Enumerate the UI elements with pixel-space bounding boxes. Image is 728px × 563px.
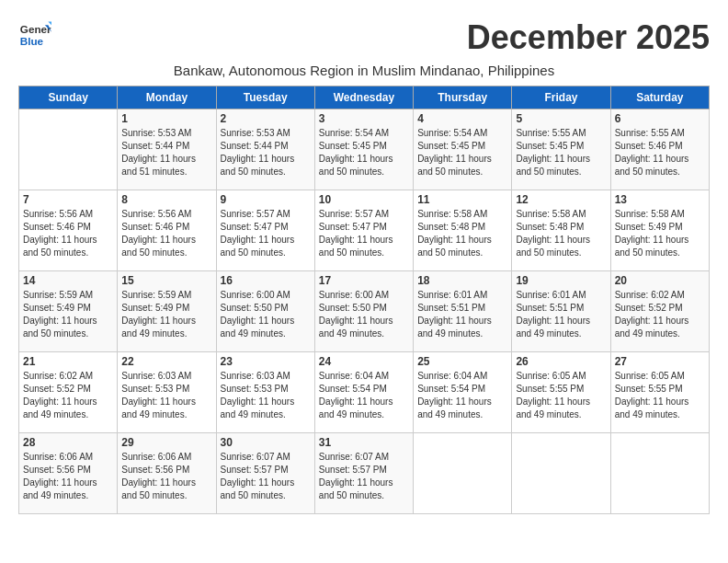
calendar-cell: 6Sunrise: 5:55 AM Sunset: 5:46 PM Daylig…	[610, 109, 709, 190]
calendar-cell: 20Sunrise: 6:02 AM Sunset: 5:52 PM Dayli…	[610, 271, 709, 352]
day-number: 2	[221, 112, 311, 125]
day-info: Sunrise: 6:00 AM Sunset: 5:50 PM Dayligh…	[221, 289, 311, 340]
day-info: Sunrise: 6:02 AM Sunset: 5:52 PM Dayligh…	[615, 289, 705, 340]
day-number: 12	[516, 193, 606, 206]
day-number: 9	[221, 193, 311, 206]
day-number: 19	[516, 274, 606, 287]
day-number: 26	[516, 355, 606, 368]
calendar-cell: 7Sunrise: 5:56 AM Sunset: 5:46 PM Daylig…	[19, 190, 118, 271]
day-info: Sunrise: 5:54 AM Sunset: 5:45 PM Dayligh…	[319, 127, 409, 178]
day-number: 11	[417, 193, 507, 206]
calendar-cell: 31Sunrise: 6:07 AM Sunset: 5:57 PM Dayli…	[314, 433, 413, 514]
day-number: 3	[319, 112, 409, 125]
day-info: Sunrise: 5:53 AM Sunset: 5:44 PM Dayligh…	[121, 127, 211, 178]
day-info: Sunrise: 6:05 AM Sunset: 5:55 PM Dayligh…	[516, 370, 606, 421]
day-number: 29	[121, 436, 211, 449]
weekday-header: Sunday	[19, 86, 118, 109]
day-info: Sunrise: 6:01 AM Sunset: 5:51 PM Dayligh…	[516, 289, 606, 340]
calendar-cell: 14Sunrise: 5:59 AM Sunset: 5:49 PM Dayli…	[19, 271, 118, 352]
day-number: 18	[417, 274, 507, 287]
calendar-cell: 19Sunrise: 6:01 AM Sunset: 5:51 PM Dayli…	[512, 271, 610, 352]
day-info: Sunrise: 5:58 AM Sunset: 5:48 PM Dayligh…	[417, 208, 507, 259]
day-info: Sunrise: 6:07 AM Sunset: 5:57 PM Dayligh…	[221, 451, 311, 502]
calendar-cell: 8Sunrise: 5:56 AM Sunset: 5:46 PM Daylig…	[118, 190, 216, 271]
day-number: 24	[319, 355, 409, 368]
calendar-week-row: 1Sunrise: 5:53 AM Sunset: 5:44 PM Daylig…	[19, 109, 710, 190]
day-number: 10	[319, 193, 409, 206]
calendar-cell: 23Sunrise: 6:03 AM Sunset: 5:53 PM Dayli…	[216, 352, 314, 433]
day-number: 28	[23, 436, 113, 449]
day-info: Sunrise: 5:57 AM Sunset: 5:47 PM Dayligh…	[319, 208, 409, 259]
svg-text:Blue: Blue	[20, 35, 44, 47]
calendar-cell: 18Sunrise: 6:01 AM Sunset: 5:51 PM Dayli…	[414, 271, 512, 352]
calendar-cell: 28Sunrise: 6:06 AM Sunset: 5:56 PM Dayli…	[19, 433, 118, 514]
calendar-week-row: 28Sunrise: 6:06 AM Sunset: 5:56 PM Dayli…	[19, 433, 710, 514]
calendar-cell	[414, 433, 512, 514]
weekday-header: Saturday	[610, 86, 709, 109]
logo: General Blue	[18, 18, 51, 52]
calendar-cell: 3Sunrise: 5:54 AM Sunset: 5:45 PM Daylig…	[314, 109, 413, 190]
day-info: Sunrise: 5:58 AM Sunset: 5:49 PM Dayligh…	[615, 208, 705, 259]
day-info: Sunrise: 5:53 AM Sunset: 5:44 PM Dayligh…	[221, 127, 311, 178]
calendar-cell: 22Sunrise: 6:03 AM Sunset: 5:53 PM Dayli…	[118, 352, 216, 433]
day-number: 23	[221, 355, 311, 368]
day-number: 30	[221, 436, 311, 449]
calendar-cell: 27Sunrise: 6:05 AM Sunset: 5:55 PM Dayli…	[610, 352, 709, 433]
day-number: 25	[417, 355, 507, 368]
calendar-week-row: 7Sunrise: 5:56 AM Sunset: 5:46 PM Daylig…	[19, 190, 710, 271]
weekday-header: Monday	[118, 86, 216, 109]
calendar-cell: 21Sunrise: 6:02 AM Sunset: 5:52 PM Dayli…	[19, 352, 118, 433]
day-info: Sunrise: 6:03 AM Sunset: 5:53 PM Dayligh…	[221, 370, 311, 421]
calendar-cell: 10Sunrise: 5:57 AM Sunset: 5:47 PM Dayli…	[314, 190, 413, 271]
day-info: Sunrise: 6:07 AM Sunset: 5:57 PM Dayligh…	[319, 451, 409, 502]
svg-text:General: General	[20, 23, 51, 35]
calendar-cell: 4Sunrise: 5:54 AM Sunset: 5:45 PM Daylig…	[414, 109, 512, 190]
weekday-header: Thursday	[414, 86, 512, 109]
day-number: 21	[23, 355, 113, 368]
day-info: Sunrise: 5:55 AM Sunset: 5:46 PM Dayligh…	[615, 127, 705, 178]
day-info: Sunrise: 5:56 AM Sunset: 5:46 PM Dayligh…	[121, 208, 211, 259]
day-number: 17	[319, 274, 409, 287]
calendar-cell	[610, 433, 709, 514]
day-info: Sunrise: 5:54 AM Sunset: 5:45 PM Dayligh…	[417, 127, 507, 178]
day-info: Sunrise: 6:03 AM Sunset: 5:53 PM Dayligh…	[121, 370, 211, 421]
day-info: Sunrise: 6:02 AM Sunset: 5:52 PM Dayligh…	[23, 370, 113, 421]
day-number: 31	[319, 436, 409, 449]
page-header: General Blue December 2025	[18, 18, 710, 57]
day-number: 7	[23, 193, 113, 206]
calendar-cell	[19, 109, 118, 190]
calendar-cell	[512, 433, 610, 514]
calendar-cell: 16Sunrise: 6:00 AM Sunset: 5:50 PM Dayli…	[216, 271, 314, 352]
weekday-header: Friday	[512, 86, 610, 109]
subtitle: Bankaw, Autonomous Region in Muslim Mind…	[18, 63, 710, 78]
day-number: 14	[23, 274, 113, 287]
logo-icon: General Blue	[18, 18, 51, 52]
day-number: 15	[121, 274, 211, 287]
weekday-header-row: SundayMondayTuesdayWednesdayThursdayFrid…	[19, 86, 710, 109]
calendar-cell: 9Sunrise: 5:57 AM Sunset: 5:47 PM Daylig…	[216, 190, 314, 271]
day-number: 5	[516, 112, 606, 125]
day-number: 27	[615, 355, 705, 368]
weekday-header: Tuesday	[216, 86, 314, 109]
day-info: Sunrise: 5:59 AM Sunset: 5:49 PM Dayligh…	[23, 289, 113, 340]
day-number: 8	[121, 193, 211, 206]
day-info: Sunrise: 5:55 AM Sunset: 5:45 PM Dayligh…	[516, 127, 606, 178]
day-info: Sunrise: 6:04 AM Sunset: 5:54 PM Dayligh…	[417, 370, 507, 421]
calendar-week-row: 14Sunrise: 5:59 AM Sunset: 5:49 PM Dayli…	[19, 271, 710, 352]
day-info: Sunrise: 6:04 AM Sunset: 5:54 PM Dayligh…	[319, 370, 409, 421]
calendar-cell: 5Sunrise: 5:55 AM Sunset: 5:45 PM Daylig…	[512, 109, 610, 190]
calendar-cell: 25Sunrise: 6:04 AM Sunset: 5:54 PM Dayli…	[414, 352, 512, 433]
day-number: 13	[615, 193, 705, 206]
calendar-cell: 15Sunrise: 5:59 AM Sunset: 5:49 PM Dayli…	[118, 271, 216, 352]
day-info: Sunrise: 5:56 AM Sunset: 5:46 PM Dayligh…	[23, 208, 113, 259]
calendar-cell: 13Sunrise: 5:58 AM Sunset: 5:49 PM Dayli…	[610, 190, 709, 271]
day-number: 22	[121, 355, 211, 368]
day-info: Sunrise: 6:00 AM Sunset: 5:50 PM Dayligh…	[319, 289, 409, 340]
calendar-table: SundayMondayTuesdayWednesdayThursdayFrid…	[18, 86, 710, 514]
day-info: Sunrise: 6:01 AM Sunset: 5:51 PM Dayligh…	[417, 289, 507, 340]
day-number: 4	[417, 112, 507, 125]
day-info: Sunrise: 5:59 AM Sunset: 5:49 PM Dayligh…	[121, 289, 211, 340]
day-info: Sunrise: 6:05 AM Sunset: 5:55 PM Dayligh…	[615, 370, 705, 421]
month-title: December 2025	[467, 18, 710, 57]
calendar-cell: 24Sunrise: 6:04 AM Sunset: 5:54 PM Dayli…	[314, 352, 413, 433]
